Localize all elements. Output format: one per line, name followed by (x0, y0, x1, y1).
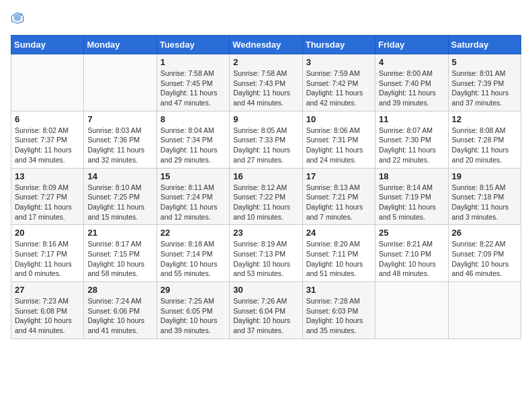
sunrise: Sunrise: 8:13 AM (306, 183, 360, 191)
sunset: Sunset: 7:28 PM (452, 136, 504, 144)
day-info: Sunrise: 8:08 AM Sunset: 7:28 PM Dayligh… (452, 126, 517, 165)
sunset: Sunset: 7:30 PM (379, 136, 431, 144)
sunrise: Sunrise: 8:08 AM (452, 126, 506, 134)
daylight: Daylight: 11 hours and 37 minutes. (452, 89, 509, 107)
calendar-cell: 9 Sunrise: 8:05 AM Sunset: 7:33 PM Dayli… (230, 111, 302, 168)
sunrise: Sunrise: 7:26 AM (233, 297, 287, 305)
daylight: Daylight: 10 hours and 51 minutes. (306, 260, 363, 278)
day-number: 12 (452, 114, 517, 124)
sunset: Sunset: 7:42 PM (306, 79, 359, 87)
calendar-cell: 6 Sunrise: 8:02 AM Sunset: 7:37 PM Dayli… (11, 111, 84, 168)
daylight: Daylight: 11 hours and 39 minutes. (379, 89, 436, 107)
day-info: Sunrise: 8:07 AM Sunset: 7:30 PM Dayligh… (379, 126, 444, 165)
sunrise: Sunrise: 8:21 AM (379, 240, 433, 248)
daylight: Daylight: 11 hours and 20 minutes. (452, 146, 509, 164)
day-info: Sunrise: 8:05 AM Sunset: 7:33 PM Dayligh… (233, 126, 298, 165)
calendar-cell: 24 Sunrise: 8:20 AM Sunset: 7:11 PM Dayl… (302, 225, 375, 282)
day-number: 27 (15, 285, 80, 295)
day-info: Sunrise: 7:58 AM Sunset: 7:45 PM Dayligh… (161, 68, 226, 108)
calendar-body: 1 Sunrise: 7:58 AM Sunset: 7:45 PM Dayli… (11, 54, 521, 339)
day-info: Sunrise: 7:25 AM Sunset: 6:05 PM Dayligh… (161, 296, 226, 336)
day-number: 4 (379, 57, 444, 67)
day-info: Sunrise: 8:00 AM Sunset: 7:40 PM Dayligh… (379, 68, 444, 108)
day-number: 31 (306, 285, 371, 295)
daylight: Daylight: 11 hours and 34 minutes. (15, 146, 72, 164)
logo (11, 11, 27, 27)
sunrise: Sunrise: 8:12 AM (233, 183, 287, 191)
day-number: 5 (452, 57, 517, 67)
day-info: Sunrise: 7:58 AM Sunset: 7:43 PM Dayligh… (233, 68, 298, 108)
day-number: 8 (161, 114, 226, 124)
daylight: Daylight: 11 hours and 17 minutes. (15, 203, 72, 221)
day-number: 26 (452, 228, 517, 238)
sunrise: Sunrise: 7:58 AM (233, 69, 287, 77)
sunrise: Sunrise: 8:17 AM (87, 240, 141, 248)
day-info: Sunrise: 8:14 AM Sunset: 7:19 PM Dayligh… (379, 183, 444, 222)
daylight: Daylight: 10 hours and 46 minutes. (452, 260, 509, 278)
sunset: Sunset: 7:14 PM (161, 250, 213, 258)
day-info: Sunrise: 8:13 AM Sunset: 7:21 PM Dayligh… (306, 183, 371, 222)
day-number: 3 (306, 57, 371, 67)
sunset: Sunset: 7:11 PM (306, 250, 359, 258)
daylight: Daylight: 10 hours and 55 minutes. (161, 260, 218, 278)
calendar-cell: 29 Sunrise: 7:25 AM Sunset: 6:05 PM Dayl… (157, 282, 229, 339)
day-number: 7 (87, 114, 152, 124)
daylight: Daylight: 11 hours and 22 minutes. (379, 146, 436, 164)
daylight: Daylight: 10 hours and 48 minutes. (379, 260, 436, 278)
calendar-cell: 27 Sunrise: 7:23 AM Sunset: 6:08 PM Dayl… (11, 282, 84, 339)
sunset: Sunset: 6:04 PM (233, 307, 285, 315)
daylight: Daylight: 11 hours and 42 minutes. (306, 89, 363, 107)
daylight: Daylight: 11 hours and 5 minutes. (379, 203, 436, 221)
day-number: 23 (233, 228, 298, 238)
sunrise: Sunrise: 8:19 AM (233, 240, 287, 248)
daylight: Daylight: 10 hours and 53 minutes. (233, 260, 290, 278)
daylight: Daylight: 11 hours and 24 minutes. (306, 146, 363, 164)
sunrise: Sunrise: 8:05 AM (233, 126, 287, 134)
calendar-cell: 17 Sunrise: 8:13 AM Sunset: 7:21 PM Dayl… (302, 168, 375, 225)
sunrise: Sunrise: 8:10 AM (87, 183, 141, 191)
weekday-header-friday: Friday (375, 36, 448, 54)
day-info: Sunrise: 8:21 AM Sunset: 7:10 PM Dayligh… (379, 239, 444, 279)
calendar-cell (448, 282, 521, 339)
sunset: Sunset: 7:18 PM (452, 193, 504, 201)
sunset: Sunset: 7:25 PM (87, 193, 140, 201)
daylight: Daylight: 11 hours and 47 minutes. (161, 89, 218, 107)
calendar-cell: 15 Sunrise: 8:11 AM Sunset: 7:24 PM Dayl… (157, 168, 229, 225)
sunset: Sunset: 7:39 PM (452, 79, 504, 87)
daylight: Daylight: 10 hours and 41 minutes. (87, 316, 144, 334)
sunrise: Sunrise: 8:06 AM (306, 126, 360, 134)
day-number: 16 (233, 171, 298, 181)
day-number: 17 (306, 171, 371, 181)
sunset: Sunset: 7:40 PM (379, 79, 431, 87)
sunset: Sunset: 7:13 PM (233, 250, 285, 258)
calendar-week-row: 20 Sunrise: 8:16 AM Sunset: 7:17 PM Dayl… (11, 225, 521, 282)
sunset: Sunset: 7:19 PM (379, 193, 431, 201)
calendar-cell: 23 Sunrise: 8:19 AM Sunset: 7:13 PM Dayl… (230, 225, 302, 282)
day-info: Sunrise: 8:12 AM Sunset: 7:22 PM Dayligh… (233, 183, 298, 222)
sunrise: Sunrise: 8:01 AM (452, 69, 506, 77)
daylight: Daylight: 11 hours and 15 minutes. (87, 203, 144, 221)
sunset: Sunset: 7:24 PM (161, 193, 213, 201)
day-info: Sunrise: 8:22 AM Sunset: 7:09 PM Dayligh… (452, 239, 517, 279)
daylight: Daylight: 11 hours and 29 minutes. (161, 146, 218, 164)
day-info: Sunrise: 8:16 AM Sunset: 7:17 PM Dayligh… (15, 239, 80, 279)
sunset: Sunset: 7:34 PM (161, 136, 213, 144)
sunrise: Sunrise: 7:23 AM (15, 297, 69, 305)
day-info: Sunrise: 7:28 AM Sunset: 6:03 PM Dayligh… (306, 296, 371, 336)
calendar-cell: 19 Sunrise: 8:15 AM Sunset: 7:18 PM Dayl… (448, 168, 521, 225)
calendar-cell: 30 Sunrise: 7:26 AM Sunset: 6:04 PM Dayl… (230, 282, 302, 339)
calendar-cell: 22 Sunrise: 8:18 AM Sunset: 7:14 PM Dayl… (157, 225, 229, 282)
sunrise: Sunrise: 8:02 AM (15, 126, 69, 134)
sunset: Sunset: 6:05 PM (161, 307, 213, 315)
calendar-cell: 31 Sunrise: 7:28 AM Sunset: 6:03 PM Dayl… (302, 282, 375, 339)
weekday-header-monday: Monday (84, 36, 157, 54)
day-number: 2 (233, 57, 298, 67)
weekday-header-wednesday: Wednesday (230, 36, 302, 54)
day-info: Sunrise: 8:02 AM Sunset: 7:37 PM Dayligh… (15, 126, 80, 165)
calendar-cell (84, 54, 157, 111)
sunrise: Sunrise: 8:14 AM (379, 183, 433, 191)
sunset: Sunset: 7:31 PM (306, 136, 359, 144)
sunrise: Sunrise: 8:04 AM (161, 126, 214, 134)
calendar-cell: 4 Sunrise: 8:00 AM Sunset: 7:40 PM Dayli… (375, 54, 448, 111)
day-info: Sunrise: 8:19 AM Sunset: 7:13 PM Dayligh… (233, 239, 298, 279)
